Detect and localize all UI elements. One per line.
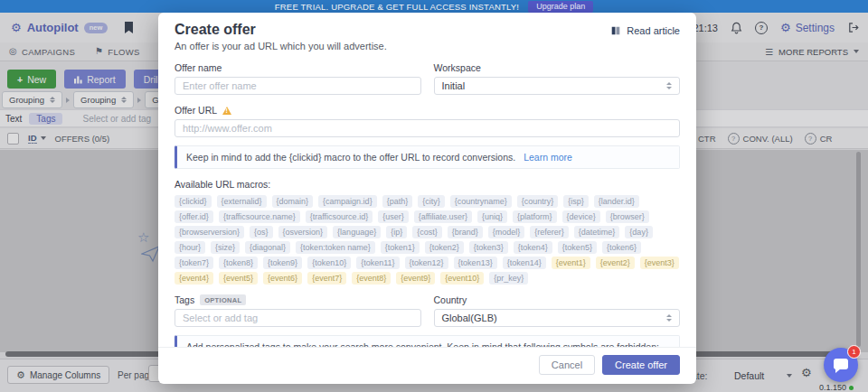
macro-chip[interactable]: {event4} (175, 272, 213, 285)
tags-field: Tags OPTIONAL (175, 294, 421, 327)
trial-banner-text: FREE TRIAL. UPGRADE & GET FULL ACCESS IN… (275, 2, 519, 12)
macro-chip[interactable]: {uniq} (477, 210, 507, 223)
macro-chip[interactable]: {affiliate.user} (414, 210, 472, 223)
macro-chip[interactable]: {token6} (602, 241, 641, 254)
read-article-link[interactable]: Read article (610, 25, 680, 36)
macro-chip[interactable]: {token7} (175, 257, 213, 269)
offer-url-label: Offer URL (175, 105, 680, 116)
country-select[interactable]: Global(GLB) (434, 309, 681, 327)
macro-chip[interactable]: {diagonal} (245, 241, 290, 254)
create-offer-modal: Create offer An offer is your ad URL whi… (158, 13, 696, 384)
country-field: Country Global(GLB) (434, 294, 681, 327)
macro-chip[interactable]: {day} (625, 226, 653, 238)
macro-chip-list: {clickid}{externalid}{domain}{campaign.i… (175, 195, 680, 285)
tags-note: Add personalized tags to make your searc… (175, 335, 680, 347)
macro-chip[interactable]: {event1} (552, 257, 590, 269)
macro-chip[interactable]: {lander.id} (594, 195, 639, 208)
macro-chip[interactable]: {offer.id} (175, 210, 213, 223)
macro-chip[interactable]: {pr_key} (489, 272, 528, 285)
macro-chip[interactable]: {event10} (440, 272, 484, 285)
clickid-note-text: Keep in mind to add the {clickid} macro … (186, 152, 515, 163)
macro-chip[interactable]: {city} (418, 195, 445, 208)
macro-chip[interactable]: {token4} (514, 241, 552, 254)
workspace-value: Initial (442, 80, 466, 91)
macro-chip[interactable]: {event7} (307, 272, 346, 285)
country-label: Country (434, 294, 681, 305)
cancel-button[interactable]: Cancel (539, 355, 595, 375)
macro-chip[interactable]: {size} (211, 241, 240, 254)
macro-chip[interactable]: {model} (488, 226, 525, 238)
chevron-updown-icon (666, 314, 672, 322)
macro-chip[interactable]: {countryname} (450, 195, 512, 208)
macro-chip[interactable]: {trafficsource.name} (219, 210, 300, 223)
chat-unread-badge: 1 (847, 345, 861, 359)
warning-icon (222, 107, 231, 115)
macro-chip[interactable]: {token1} (381, 241, 420, 254)
tags-input[interactable] (175, 309, 421, 327)
modal-subtitle: An offer is your ad URL which you will a… (175, 41, 387, 51)
optional-badge: OPTIONAL (200, 294, 246, 305)
macro-chip[interactable]: {country} (517, 195, 559, 208)
upgrade-plan-button[interactable]: Upgrade plan (528, 1, 593, 13)
macro-chip[interactable]: {token2} (425, 241, 464, 254)
chat-widget-button[interactable]: 1 (824, 348, 858, 382)
macro-chip[interactable]: {platform} (513, 210, 557, 223)
chat-icon (834, 359, 848, 369)
macro-chip[interactable]: {token3} (469, 241, 508, 254)
macro-chip[interactable]: {token12} (405, 257, 448, 269)
macro-chip[interactable]: {event8} (352, 272, 391, 285)
macro-chip[interactable]: {device} (562, 210, 600, 223)
modal-body: Offer name Workspace Initial Offer URL (158, 59, 696, 347)
screen: FREE TRIAL. UPGRADE & GET FULL ACCESS IN… (0, 0, 868, 392)
macro-chip[interactable]: {cost} (412, 226, 442, 238)
macro-chip[interactable]: {ip} (386, 226, 407, 238)
macro-chip[interactable]: {browser} (606, 210, 649, 223)
macro-chip[interactable]: {token13} (454, 257, 497, 269)
macro-chip[interactable]: {token10} (307, 257, 351, 269)
modal-title: Create offer (175, 22, 387, 38)
macro-chip[interactable]: {event6} (263, 272, 302, 285)
macro-chip[interactable]: {referer} (530, 226, 569, 238)
clickid-note: Keep in mind to add the {clickid} macro … (175, 145, 680, 169)
macro-chip[interactable]: {token14} (503, 257, 546, 269)
macro-chip[interactable]: {user} (378, 210, 409, 223)
macro-chip[interactable]: {token11} (356, 257, 399, 269)
macro-chip[interactable]: {path} (382, 195, 413, 208)
macro-chip[interactable]: {event9} (396, 272, 435, 285)
macro-chip[interactable]: {clickid} (175, 195, 212, 208)
modal-header: Create offer An offer is your ad URL whi… (158, 13, 696, 59)
macro-chip[interactable]: {os} (250, 226, 273, 238)
workspace-field: Workspace Initial (434, 62, 681, 95)
macro-chip[interactable]: {event3} (640, 257, 679, 269)
modal-footer: Cancel Create offer (158, 347, 696, 384)
workspace-label: Workspace (434, 62, 681, 73)
macro-chip[interactable]: {hour} (175, 241, 205, 254)
learn-more-link[interactable]: Learn more (524, 152, 572, 163)
macro-chip[interactable]: {osversion} (278, 226, 328, 238)
macro-chip[interactable]: {campaign.id} (318, 195, 377, 208)
macro-chip[interactable]: {trafficsource.id} (306, 210, 373, 223)
macro-chip[interactable]: {event2} (596, 257, 635, 269)
offer-name-input[interactable] (175, 77, 421, 95)
macro-chip[interactable]: {datetime} (574, 226, 620, 238)
macro-chip[interactable]: {browserversion} (175, 226, 244, 238)
read-article-label: Read article (627, 25, 680, 36)
macro-chip[interactable]: {domain} (272, 195, 314, 208)
macro-chip[interactable]: {token8} (219, 257, 258, 269)
offer-url-input[interactable] (175, 119, 680, 137)
macro-chip[interactable]: {token5} (558, 241, 597, 254)
chevron-updown-icon (666, 82, 672, 89)
workspace-select[interactable]: Initial (434, 77, 681, 95)
book-icon (610, 25, 621, 36)
offer-name-label: Offer name (175, 62, 421, 73)
macro-chip[interactable]: {brand} (448, 226, 483, 238)
create-offer-button[interactable]: Create offer (602, 355, 680, 375)
offer-url-field: Offer URL (175, 105, 680, 137)
macro-chip[interactable]: {isp} (563, 195, 589, 208)
macro-chip[interactable]: {language} (333, 226, 381, 238)
macro-chip[interactable]: {token:token name} (296, 241, 375, 254)
macro-chip[interactable]: {externalid} (217, 195, 267, 208)
offer-name-field: Offer name (175, 62, 421, 95)
macro-chip[interactable]: {event5} (219, 272, 258, 285)
macro-chip[interactable]: {token9} (263, 257, 302, 269)
